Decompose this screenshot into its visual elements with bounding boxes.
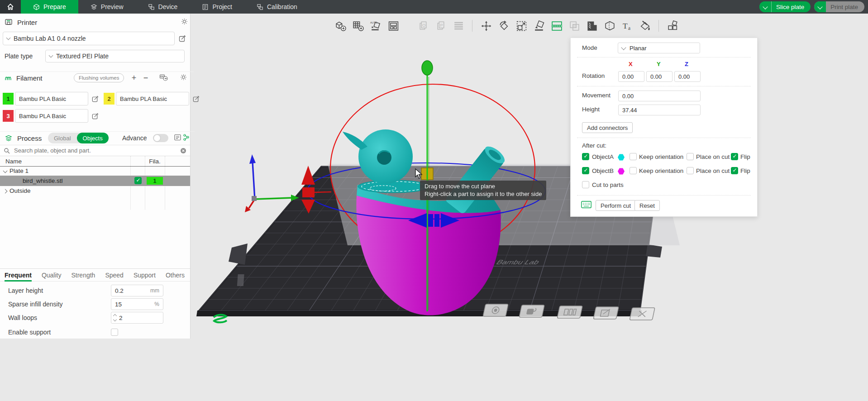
advance-toggle[interactable] [153, 134, 168, 142]
print-plate-button[interactable]: Print plate [814, 1, 864, 12]
reset-button[interactable]: Reset [634, 200, 660, 211]
assembly-icon[interactable] [665, 18, 680, 33]
parameter-list-icon[interactable] [174, 134, 181, 143]
cut-to-parts-checkbox[interactable] [582, 181, 589, 188]
move-icon[interactable] [478, 18, 494, 33]
lay-on-face-icon[interactable] [531, 18, 547, 33]
plate-printer-icon[interactable] [557, 306, 582, 318]
cut-mode-select[interactable]: Planar [618, 43, 700, 53]
seam-painting-icon[interactable] [602, 18, 617, 33]
tree-expand-chevron[interactable] [3, 169, 8, 173]
cut-icon[interactable] [549, 18, 564, 33]
plate-rename-icon[interactable] [593, 307, 619, 319]
tree-row-plate[interactable]: Plate 1 [0, 166, 190, 176]
filament-2-badge[interactable]: 2 [104, 93, 114, 105]
param-tab-strength[interactable]: Strength [71, 270, 95, 281]
rotation-x-input[interactable]: 0.00 [618, 71, 644, 82]
filament-1-edit-icon[interactable] [91, 95, 99, 103]
home-button[interactable] [0, 0, 21, 14]
paste-icon[interactable]: P [433, 18, 448, 33]
add-filament-button[interactable]: + [129, 73, 138, 83]
add-connectors-button[interactable]: Add connectors [582, 122, 633, 133]
setting-input[interactable]: 15% [111, 298, 163, 310]
height-input[interactable]: 37.44 [618, 105, 701, 115]
copy-icon[interactable]: O [415, 18, 431, 33]
object-filament-badge[interactable]: 1 [147, 177, 163, 185]
setting-input[interactable]: 0.2mm [111, 285, 163, 296]
setting-label: Wall loops [8, 314, 37, 321]
shortcut-keyboard-icon[interactable] [581, 201, 591, 210]
print-options-chevron[interactable] [814, 1, 826, 12]
param-tab-support[interactable]: Support [134, 270, 156, 281]
keep-orientation-checkbox[interactable] [630, 167, 637, 174]
param-tab-speed[interactable]: Speed [105, 270, 123, 281]
plate-lock-icon[interactable] [519, 305, 544, 317]
flip-checkbox[interactable] [731, 153, 738, 160]
printer-preset-select[interactable]: Bambu Lab A1 0.4 nozzle [3, 32, 175, 45]
filament-1-preset[interactable]: Bambu PLA Basic [15, 92, 88, 105]
rotation-x-value: 0.00 [622, 73, 634, 80]
filament-3-edit-icon[interactable] [91, 112, 99, 120]
filament-2-preset[interactable]: Bambu PLA Basic [116, 92, 189, 105]
segment-global[interactable]: Global [48, 133, 77, 143]
keep-orientation-checkbox[interactable] [630, 153, 637, 160]
auto-orient-icon[interactable]: AUTO [368, 18, 383, 33]
segment-objects[interactable]: Objects [77, 133, 109, 143]
filament-settings-gear-icon[interactable] [180, 73, 187, 82]
slice-plate-button[interactable]: Slice plate [759, 1, 811, 12]
text-icon[interactable]: Ta [620, 18, 635, 33]
scale-icon[interactable] [514, 18, 529, 33]
color-painting-icon[interactable] [637, 18, 653, 33]
param-tab-quality[interactable]: Quality [42, 270, 62, 281]
variable-layer-height-icon[interactable] [584, 18, 600, 33]
remove-filament-button[interactable]: − [141, 73, 150, 83]
tab-project[interactable]: Project [190, 0, 244, 14]
ams-sync-icon[interactable] [159, 73, 168, 83]
spinner-arrows[interactable] [114, 315, 116, 321]
tab-preview-label: Preview [101, 3, 124, 10]
movement-input[interactable]: 0.00 [618, 91, 701, 101]
layers-list-icon[interactable] [451, 18, 466, 33]
compare-presets-icon[interactable] [183, 134, 190, 143]
tab-device[interactable]: Device [136, 0, 190, 14]
param-tab-frequent[interactable]: Frequent [5, 270, 32, 281]
cut-height-top-handle[interactable] [422, 61, 433, 75]
tab-preview[interactable]: Preview [78, 0, 136, 14]
tree-row-group[interactable]: Outside [0, 186, 190, 196]
tab-prepare[interactable]: Prepare [21, 0, 78, 14]
objecta-checkbox[interactable] [582, 153, 589, 160]
tree-row-object[interactable]: bird_whistle.stl1 [0, 176, 190, 186]
filament-3-badge[interactable]: 3 [3, 110, 14, 122]
clear-search-icon[interactable] [180, 148, 186, 154]
rotation-y-input[interactable]: 0.00 [646, 71, 672, 82]
viewport-3d-scene[interactable]: Bambu Lab [190, 14, 868, 401]
filament-3-preset[interactable]: Bambu PLA Basic [15, 109, 88, 123]
place-on-cut-checkbox[interactable] [687, 167, 694, 174]
enable-support-checkbox[interactable] [111, 329, 118, 336]
calibration-icon [257, 4, 263, 10]
add-model-icon[interactable] [333, 18, 348, 33]
tree-expand-chevron[interactable] [3, 189, 8, 194]
search-input[interactable] [13, 147, 177, 154]
add-plate-icon[interactable] [350, 18, 366, 33]
mesh-boolean-icon[interactable] [567, 18, 582, 33]
tab-calibration[interactable]: Calibration [244, 0, 310, 14]
arrange-icon[interactable] [386, 18, 401, 33]
flip-checkbox[interactable] [731, 167, 738, 174]
slice-options-chevron[interactable] [759, 1, 772, 12]
rotate-icon[interactable] [496, 18, 511, 33]
object-visible-checkbox[interactable] [134, 177, 142, 184]
rotation-z-input[interactable]: 0.00 [674, 71, 701, 82]
setting-input[interactable]: 2 [111, 312, 163, 324]
plate-settings-icon[interactable] [483, 304, 508, 316]
perform-cut-button[interactable]: Perform cut [596, 200, 636, 211]
place-on-cut-checkbox[interactable] [687, 153, 694, 160]
printer-edit-icon[interactable] [178, 34, 186, 43]
printer-settings-gear-icon[interactable] [181, 18, 188, 27]
filament-1-badge[interactable]: 1 [3, 93, 14, 105]
param-tab-others[interactable]: Others [166, 270, 185, 281]
flushing-volumes-button[interactable]: Flushing volumes [74, 73, 124, 82]
plate-type-select[interactable]: Textured PEI Plate [45, 50, 185, 62]
objectb-checkbox[interactable] [582, 167, 589, 174]
plate-delete-icon[interactable] [630, 308, 655, 320]
